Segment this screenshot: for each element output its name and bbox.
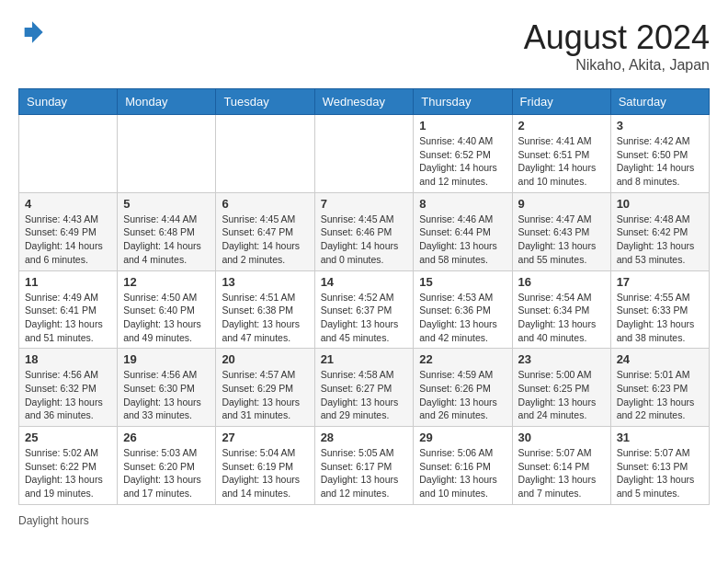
day-number: 24 <box>617 352 703 366</box>
week-row-3: 11Sunrise: 4:49 AMSunset: 6:41 PMDayligh… <box>19 270 710 349</box>
month-year-title: August 2024 <box>524 18 710 57</box>
calendar-cell <box>314 115 414 193</box>
weekday-header-sunday: Sunday <box>19 89 118 115</box>
day-info: Sunrise: 4:56 AMSunset: 6:32 PMDaylight:… <box>25 368 111 422</box>
day-number: 23 <box>518 352 605 366</box>
calendar-cell: 14Sunrise: 4:52 AMSunset: 6:37 PMDayligh… <box>314 270 414 349</box>
day-number: 2 <box>518 119 605 132</box>
day-number: 17 <box>617 275 703 289</box>
calendar-cell: 15Sunrise: 4:53 AMSunset: 6:36 PMDayligh… <box>414 270 512 349</box>
calendar-cell: 8Sunrise: 4:46 AMSunset: 6:44 PMDaylight… <box>414 192 512 270</box>
day-info: Sunrise: 4:49 AMSunset: 6:41 PMDaylight:… <box>25 291 111 345</box>
calendar-cell: 1Sunrise: 4:40 AMSunset: 6:52 PMDaylight… <box>414 115 512 193</box>
day-info: Sunrise: 4:50 AMSunset: 6:40 PMDaylight:… <box>123 291 210 345</box>
day-info: Sunrise: 4:47 AMSunset: 6:43 PMDaylight:… <box>518 213 605 267</box>
weekday-header-tuesday: Tuesday <box>216 89 314 115</box>
day-number: 11 <box>25 275 111 289</box>
weekday-header-thursday: Thursday <box>414 89 512 115</box>
calendar-cell <box>118 115 216 193</box>
calendar-cell: 6Sunrise: 4:45 AMSunset: 6:47 PMDaylight… <box>216 192 314 270</box>
calendar-cell: 21Sunrise: 4:58 AMSunset: 6:27 PMDayligh… <box>314 349 414 427</box>
day-info: Sunrise: 4:59 AMSunset: 6:26 PMDaylight:… <box>419 368 506 422</box>
day-number: 6 <box>222 197 308 211</box>
calendar-cell: 19Sunrise: 4:56 AMSunset: 6:30 PMDayligh… <box>118 349 216 427</box>
calendar-cell: 26Sunrise: 5:03 AMSunset: 6:20 PMDayligh… <box>118 427 216 505</box>
logo-icon <box>18 18 46 46</box>
day-number: 29 <box>419 431 506 444</box>
week-row-5: 25Sunrise: 5:02 AMSunset: 6:22 PMDayligh… <box>19 427 710 505</box>
day-info: Sunrise: 5:04 AMSunset: 6:19 PMDaylight:… <box>222 446 308 500</box>
calendar-cell: 10Sunrise: 4:48 AMSunset: 6:42 PMDayligh… <box>610 192 709 270</box>
footer: Daylight hours <box>18 514 710 527</box>
day-number: 21 <box>321 352 408 366</box>
daylight-hours-label: Daylight hours <box>18 514 89 527</box>
calendar-cell: 11Sunrise: 4:49 AMSunset: 6:41 PMDayligh… <box>19 270 118 349</box>
day-number: 30 <box>518 431 605 444</box>
day-info: Sunrise: 5:03 AMSunset: 6:20 PMDaylight:… <box>123 446 210 500</box>
day-number: 9 <box>518 197 605 211</box>
calendar-cell: 23Sunrise: 5:00 AMSunset: 6:25 PMDayligh… <box>512 349 610 427</box>
calendar-cell: 17Sunrise: 4:55 AMSunset: 6:33 PMDayligh… <box>610 270 709 349</box>
day-number: 28 <box>321 431 408 444</box>
calendar-table: SundayMondayTuesdayWednesdayThursdayFrid… <box>18 88 710 505</box>
day-info: Sunrise: 4:58 AMSunset: 6:27 PMDaylight:… <box>321 368 408 422</box>
day-info: Sunrise: 4:40 AMSunset: 6:52 PMDaylight:… <box>419 134 506 189</box>
day-info: Sunrise: 4:53 AMSunset: 6:36 PMDaylight:… <box>419 291 506 345</box>
day-info: Sunrise: 4:46 AMSunset: 6:44 PMDaylight:… <box>419 213 506 267</box>
day-number: 3 <box>617 119 703 132</box>
calendar-cell <box>216 115 314 193</box>
weekday-header-saturday: Saturday <box>610 89 709 115</box>
day-info: Sunrise: 5:05 AMSunset: 6:17 PMDaylight:… <box>321 446 408 500</box>
day-info: Sunrise: 5:00 AMSunset: 6:25 PMDaylight:… <box>518 368 605 422</box>
calendar-cell: 13Sunrise: 4:51 AMSunset: 6:38 PMDayligh… <box>216 270 314 349</box>
day-info: Sunrise: 4:55 AMSunset: 6:33 PMDaylight:… <box>617 291 703 345</box>
day-number: 4 <box>25 197 111 211</box>
day-number: 27 <box>222 431 308 444</box>
day-number: 8 <box>419 197 506 211</box>
calendar-cell: 5Sunrise: 4:44 AMSunset: 6:48 PMDaylight… <box>118 192 216 270</box>
calendar-cell: 25Sunrise: 5:02 AMSunset: 6:22 PMDayligh… <box>19 427 118 505</box>
week-row-2: 4Sunrise: 4:43 AMSunset: 6:49 PMDaylight… <box>19 192 710 270</box>
calendar-cell: 30Sunrise: 5:07 AMSunset: 6:14 PMDayligh… <box>512 427 610 505</box>
title-block: August 2024 Nikaho, Akita, Japan <box>524 18 710 74</box>
calendar-cell: 20Sunrise: 4:57 AMSunset: 6:29 PMDayligh… <box>216 349 314 427</box>
day-number: 26 <box>123 431 210 444</box>
day-number: 1 <box>419 119 506 132</box>
day-number: 20 <box>222 352 308 366</box>
day-info: Sunrise: 4:48 AMSunset: 6:42 PMDaylight:… <box>617 213 703 267</box>
day-info: Sunrise: 4:51 AMSunset: 6:38 PMDaylight:… <box>222 291 308 345</box>
day-number: 18 <box>25 352 111 366</box>
calendar-cell: 27Sunrise: 5:04 AMSunset: 6:19 PMDayligh… <box>216 427 314 505</box>
day-info: Sunrise: 4:41 AMSunset: 6:51 PMDaylight:… <box>518 134 605 189</box>
day-info: Sunrise: 4:44 AMSunset: 6:48 PMDaylight:… <box>123 213 210 267</box>
week-row-4: 18Sunrise: 4:56 AMSunset: 6:32 PMDayligh… <box>19 349 710 427</box>
day-number: 14 <box>321 275 408 289</box>
day-number: 12 <box>123 275 210 289</box>
calendar-cell: 4Sunrise: 4:43 AMSunset: 6:49 PMDaylight… <box>19 192 118 270</box>
day-info: Sunrise: 5:02 AMSunset: 6:22 PMDaylight:… <box>25 446 111 500</box>
day-number: 19 <box>123 352 210 366</box>
day-info: Sunrise: 4:45 AMSunset: 6:46 PMDaylight:… <box>321 213 408 267</box>
calendar-cell: 29Sunrise: 5:06 AMSunset: 6:16 PMDayligh… <box>414 427 512 505</box>
day-number: 5 <box>123 197 210 211</box>
calendar-cell: 3Sunrise: 4:42 AMSunset: 6:50 PMDaylight… <box>610 115 709 193</box>
day-info: Sunrise: 4:43 AMSunset: 6:49 PMDaylight:… <box>25 213 111 267</box>
calendar-cell: 28Sunrise: 5:05 AMSunset: 6:17 PMDayligh… <box>314 427 414 505</box>
weekday-header-wednesday: Wednesday <box>314 89 414 115</box>
logo <box>18 18 46 46</box>
day-number: 16 <box>518 275 605 289</box>
calendar-cell: 2Sunrise: 4:41 AMSunset: 6:51 PMDaylight… <box>512 115 610 193</box>
day-number: 22 <box>419 352 506 366</box>
day-info: Sunrise: 5:07 AMSunset: 6:13 PMDaylight:… <box>617 446 703 500</box>
day-info: Sunrise: 4:45 AMSunset: 6:47 PMDaylight:… <box>222 213 308 267</box>
day-info: Sunrise: 5:07 AMSunset: 6:14 PMDaylight:… <box>518 446 605 500</box>
calendar-cell: 31Sunrise: 5:07 AMSunset: 6:13 PMDayligh… <box>610 427 709 505</box>
calendar-cell: 16Sunrise: 4:54 AMSunset: 6:34 PMDayligh… <box>512 270 610 349</box>
day-number: 25 <box>25 431 111 444</box>
weekday-header-row: SundayMondayTuesdayWednesdayThursdayFrid… <box>19 89 710 115</box>
calendar-cell <box>19 115 118 193</box>
week-row-1: 1Sunrise: 4:40 AMSunset: 6:52 PMDaylight… <box>19 115 710 193</box>
weekday-header-friday: Friday <box>512 89 610 115</box>
location-subtitle: Nikaho, Akita, Japan <box>524 57 710 74</box>
day-number: 7 <box>321 197 408 211</box>
